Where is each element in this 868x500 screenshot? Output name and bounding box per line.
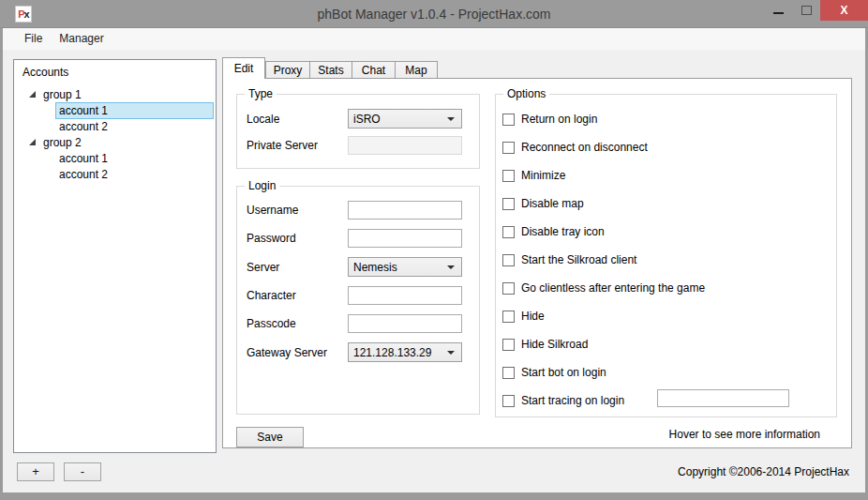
locale-dropdown-value: iSRO [353,113,381,126]
options-group-title: Options [503,87,549,100]
gateway-server-dropdown-value: 121.128.133.29 [353,346,431,359]
checkbox-icon[interactable] [502,226,515,238]
chevron-down-icon [447,117,455,121]
option-label: Go clientless after entering the game [521,281,705,295]
copyright-text: Copyright ©2006-2014 ProjectHax [678,465,849,478]
password-label: Password [247,232,348,245]
tree-expand-icon[interactable] [29,139,36,145]
checkbox-icon[interactable] [502,395,515,407]
app-body: File Manager Accounts group 1 account 1 … [3,28,865,492]
option-disable-tray-icon[interactable]: Disable tray icon [502,225,836,238]
tree-account-label: account 2 [55,118,214,135]
passcode-label: Passcode [247,317,348,330]
options-groupbox: Options Return on login Reconnect on dis… [495,94,837,417]
option-return-on-login[interactable]: Return on login [502,113,836,126]
option-label: Minimize [521,169,565,182]
checkbox-icon[interactable] [502,142,515,154]
accounts-panel-title: Accounts [14,60,216,83]
option-label: Reconnect on disconnect [521,141,648,154]
checkbox-icon[interactable] [502,339,515,351]
tree-group-label: group 1 [43,88,82,101]
tree-account-label: account 1 [55,102,214,119]
tree-expand-icon[interactable] [29,91,36,98]
checkbox-icon[interactable] [502,254,515,266]
chevron-down-icon [447,351,455,355]
remove-account-button[interactable]: - [64,462,101,481]
tree-item-group-2[interactable]: group 2 [14,134,216,150]
option-disable-map[interactable]: Disable map [502,197,836,210]
maximize-icon [801,6,812,15]
checkbox-icon[interactable] [502,367,515,379]
option-start-bot-on-login[interactable]: Start bot on login [502,366,836,379]
option-label: Return on login [521,113,597,126]
option-hide-silkroad[interactable]: Hide Silkroad [502,338,836,351]
username-field[interactable] [348,201,462,220]
checkbox-icon[interactable] [502,311,515,323]
tab-map[interactable]: Map [395,61,438,79]
hover-hint-text: Hover to see more information [669,428,820,441]
content-area: Accounts group 1 account 1 account 2 gro [3,50,865,492]
maximize-button[interactable] [792,0,820,21]
tree-account-label: account 1 [55,150,214,167]
menu-manager[interactable]: Manager [51,28,112,50]
option-label: Disable tray icon [521,225,605,238]
tab-stats[interactable]: Stats [309,61,352,79]
locale-dropdown[interactable]: iSRO [348,109,462,129]
password-field[interactable] [348,229,462,248]
type-group-title: Type [245,87,277,100]
tree-item-group-1[interactable]: group 1 [14,86,216,102]
chevron-down-icon [447,265,455,269]
option-label: Hide [521,310,545,323]
option-label: Start bot on login [521,366,606,379]
gateway-server-label: Gateway Server [247,346,348,359]
tab-chat[interactable]: Chat [352,61,396,79]
close-button[interactable]: X [820,0,868,21]
option-start-silkroad-client[interactable]: Start the Silkroad client [502,253,836,266]
character-label: Character [247,289,348,302]
minimize-button[interactable] [764,0,792,21]
type-groupbox: Type Locale iSRO Private Server [236,94,480,169]
tree-item-account-4[interactable]: account 2 [55,166,214,182]
server-label: Server [247,261,348,274]
login-groupbox: Login Username Password Server Nemesis [236,186,480,415]
save-button[interactable]: Save [236,427,304,447]
option-reconnect-on-disconnect[interactable]: Reconnect on disconnect [502,141,836,154]
menubar: File Manager [3,28,865,50]
passcode-field[interactable] [348,314,462,333]
window-controls: X [764,0,868,21]
tracing-field[interactable] [657,389,789,407]
app-window: Px phBot Manager v1.0.4 - ProjectHax.com… [0,0,868,500]
tree-account-label: account 2 [55,166,214,183]
username-label: Username [247,204,348,217]
option-label: Start the Silkroad client [521,253,636,266]
tree-group-label: group 2 [43,136,82,149]
menu-file[interactable]: File [16,28,51,50]
accounts-tree: group 1 account 1 account 2 group 2 acco… [14,86,216,182]
accounts-panel: Accounts group 1 account 1 account 2 gro [13,59,217,453]
tree-item-account-3[interactable]: account 1 [55,150,214,166]
character-field[interactable] [348,286,462,305]
option-label: Start tracing on login [521,394,624,407]
option-go-clientless[interactable]: Go clientless after entering the game [502,281,836,295]
tree-item-account-2[interactable]: account 2 [55,118,214,134]
close-icon: X [840,4,847,17]
window-title: phBot Manager v1.0.4 - ProjectHax.com [0,0,868,28]
tree-item-account-1[interactable]: account 1 [55,102,214,118]
option-minimize[interactable]: Minimize [502,169,836,182]
gateway-server-dropdown[interactable]: 121.128.133.29 [348,342,462,362]
option-label: Hide Silkroad [521,338,588,351]
tab-proxy[interactable]: Proxy [265,61,310,79]
private-server-label: Private Server [247,139,348,152]
minimize-icon [773,12,784,14]
option-hide[interactable]: Hide [502,310,836,323]
checkbox-icon[interactable] [502,198,515,210]
login-group-title: Login [245,179,279,192]
titlebar: Px phBot Manager v1.0.4 - ProjectHax.com… [0,0,868,28]
server-dropdown[interactable]: Nemesis [348,257,462,277]
checkbox-icon[interactable] [502,282,515,295]
add-account-button[interactable]: + [17,462,54,481]
locale-label: Locale [247,113,348,126]
tab-edit[interactable]: Edit [222,57,265,79]
checkbox-icon[interactable] [502,170,515,182]
checkbox-icon[interactable] [502,114,515,126]
